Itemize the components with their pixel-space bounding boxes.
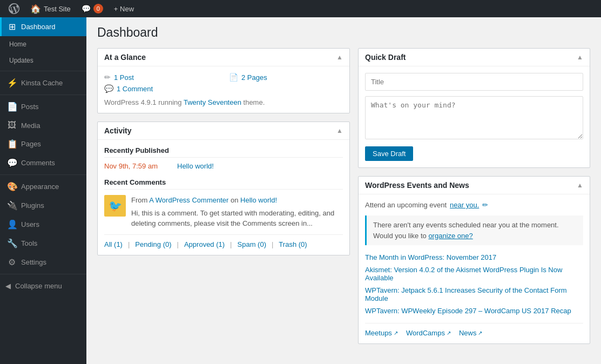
admin-bar: 🏠 Test Site 💬 0 + New — [0, 0, 601, 17]
sidebar-tools-label: Tools — [21, 239, 37, 247]
recently-published-section: Recently Published Nov 9th, 7:59 am Hell… — [104, 146, 343, 170]
news-link-0[interactable]: The Month in WordPress: November 2017 — [365, 253, 496, 261]
at-a-glance-toggle[interactable]: ▲ — [336, 53, 343, 61]
news-links-list: The Month in WordPress: November 2017 Ak… — [365, 253, 583, 315]
wordcamps-link[interactable]: WordCamps ↗ — [406, 329, 451, 337]
tools-icon: 🔧 — [7, 238, 17, 248]
quick-draft-content: Save Draft — [359, 66, 590, 167]
comments-button[interactable]: 💬 0 — [77, 0, 107, 17]
sidebar-item-users[interactable]: 👤 Users — [0, 215, 86, 234]
events-news-widget: WordPress Events and News ▲ Attend an up… — [358, 176, 590, 344]
new-label: + New — [114, 5, 134, 13]
filter-all[interactable]: All (1) — [104, 240, 123, 248]
at-a-glance-widget: At a Glance ▲ ✏ 1 Post 📄 2 Pages — [97, 48, 350, 113]
meetups-link[interactable]: Meetups ↗ — [365, 329, 398, 337]
edit-location-icon[interactable]: ✏ — [482, 201, 488, 209]
sidebar-settings-label: Settings — [21, 258, 46, 266]
news-item-0: The Month in WordPress: November 2017 — [365, 253, 583, 261]
filter-approved[interactable]: Approved (1) — [184, 240, 225, 248]
new-content-button[interactable]: + New — [110, 0, 138, 17]
sidebar-item-pages[interactable]: 📋 Pages — [0, 134, 86, 153]
draft-content-textarea[interactable] — [365, 96, 583, 139]
main-content: Dashboard At a Glance ▲ ✏ 1 Post — [86, 17, 601, 364]
comment-author-link[interactable]: A WordPress Commenter — [149, 196, 228, 204]
filter-trash[interactable]: Trash (0) — [279, 240, 307, 248]
right-column: Quick Draft ▲ Save Draft WordPress Event… — [358, 48, 590, 344]
sidebar-appearance-label: Appearance — [21, 183, 59, 191]
wp-logo-button[interactable] — [4, 0, 24, 17]
comment-text: Hi, this is a comment. To get started wi… — [131, 208, 343, 229]
glance-stats: ✏ 1 Post 📄 2 Pages 💬 1 Comment — [104, 73, 343, 93]
quick-draft-widget: Quick Draft ▲ Save Draft — [358, 48, 590, 168]
comments-nav-icon: 💬 — [7, 158, 17, 168]
sidebar-item-dashboard[interactable]: ⊞ Dashboard — [0, 17, 86, 36]
meetups-external-icon: ↗ — [394, 330, 398, 336]
filter-spam[interactable]: Spam (0) — [238, 240, 266, 248]
near-you-link[interactable]: near you. — [450, 201, 479, 209]
sidebar-item-tools[interactable]: 🔧 Tools — [0, 234, 86, 253]
footer-sep-4: | — [272, 240, 273, 248]
sidebar-item-updates[interactable]: Updates — [0, 52, 86, 69]
posts-count-link[interactable]: 1 Post — [114, 73, 134, 82]
sidebar-item-settings[interactable]: ⚙ Settings — [0, 253, 86, 272]
published-post-link[interactable]: Hello world! — [177, 162, 214, 170]
sidebar-item-home[interactable]: Home — [0, 36, 86, 52]
comments-stat: 💬 1 Comment — [104, 84, 218, 93]
theme-link[interactable]: Twenty Seventeen — [184, 98, 241, 106]
published-item: Nov 9th, 7:59 am Hello world! — [104, 162, 343, 170]
left-column: At a Glance ▲ ✏ 1 Post 📄 2 Pages — [97, 48, 350, 344]
sidebar-item-media[interactable]: 🖼 Media — [0, 116, 86, 134]
sidebar-media-label: Media — [21, 122, 40, 130]
news-link-1[interactable]: Akismet: Version 4.0.2 of the Akismet Wo… — [365, 266, 562, 282]
comment-post-link[interactable]: Hello world! — [240, 196, 277, 204]
site-name-button[interactable]: 🏠 Test Site — [26, 0, 75, 17]
events-footer: Meetups ↗ WordCamps ↗ News ↗ — [365, 323, 583, 337]
wordcamps-external-icon: ↗ — [447, 330, 451, 336]
appearance-icon: 🎨 — [7, 181, 17, 192]
save-draft-button[interactable]: Save Draft — [365, 146, 413, 161]
quick-draft-title: Quick Draft — [365, 53, 406, 62]
plugins-icon: 🔌 — [7, 200, 17, 211]
sidebar-item-posts[interactable]: 📄 Posts — [0, 97, 86, 116]
wp-version-info: WordPress 4.9.1 running Twenty Seventeen… — [104, 98, 343, 106]
news-footer-link[interactable]: News ↗ — [459, 329, 483, 337]
page-stat-icon: 📄 — [229, 73, 238, 82]
comment-on-text: on — [231, 196, 238, 204]
kinsta-icon: ⚡ — [7, 78, 17, 88]
recent-comments-title: Recent Comments — [104, 178, 343, 190]
sidebar-item-appearance[interactable]: 🎨 Appearance — [0, 177, 86, 196]
sidebar-item-kinsta-cache[interactable]: ⚡ Kinsta Cache — [0, 73, 86, 92]
collapse-menu-button[interactable]: ◀ Collapse menu — [0, 277, 86, 295]
events-intro: Attend an upcoming event near you. ✏ — [365, 201, 583, 209]
page-title: Dashboard — [97, 25, 590, 40]
quick-draft-toggle[interactable]: ▲ — [577, 53, 583, 61]
events-news-content: Attend an upcoming event near you. ✏ The… — [359, 194, 590, 343]
sidebar-plugins-label: Plugins — [21, 201, 44, 210]
events-news-toggle[interactable]: ▲ — [577, 181, 583, 189]
news-link-3[interactable]: WPTavern: WPWeekly Episode 297 – WordCam… — [365, 307, 571, 315]
post-stat-icon: ✏ — [104, 73, 111, 82]
activity-toggle[interactable]: ▲ — [336, 127, 343, 134]
pages-stat: 📄 2 Pages — [229, 73, 343, 82]
pages-count-link[interactable]: 2 Pages — [241, 73, 267, 82]
activity-title: Activity — [104, 126, 132, 135]
published-link: Hello world! — [177, 162, 214, 170]
draft-title-input[interactable] — [365, 73, 583, 91]
news-link-2[interactable]: WPTavern: Jetpack 5.6.1 Increases Securi… — [365, 286, 567, 302]
news-item-3: WPTavern: WPWeekly Episode 297 – WordCam… — [365, 307, 583, 315]
sidebar-updates-label: Updates — [9, 57, 33, 64]
site-name-label: Test Site — [44, 5, 71, 13]
organize-link[interactable]: organize one? — [428, 232, 472, 240]
theme-suffix: theme. — [244, 98, 265, 106]
comment-item: 🐦 From A WordPress Commenter on Hello wo… — [104, 195, 343, 229]
sidebar-item-plugins[interactable]: 🔌 Plugins — [0, 196, 86, 215]
comments-count-link[interactable]: 1 Comment — [117, 85, 153, 93]
sidebar-home-label: Home — [9, 41, 26, 48]
content-wrap: ⊞ Dashboard Home Updates ⚡ Kinsta Cache … — [0, 17, 601, 364]
filter-pending[interactable]: Pending (0) — [135, 240, 171, 248]
no-events-box: There aren't any events scheduled near y… — [365, 215, 583, 245]
dashboard-icon: ⊞ — [7, 22, 17, 32]
sidebar-item-comments[interactable]: 💬 Comments — [0, 153, 86, 172]
at-a-glance-title: At a Glance — [104, 53, 146, 62]
events-news-title: WordPress Events and News — [365, 181, 469, 190]
